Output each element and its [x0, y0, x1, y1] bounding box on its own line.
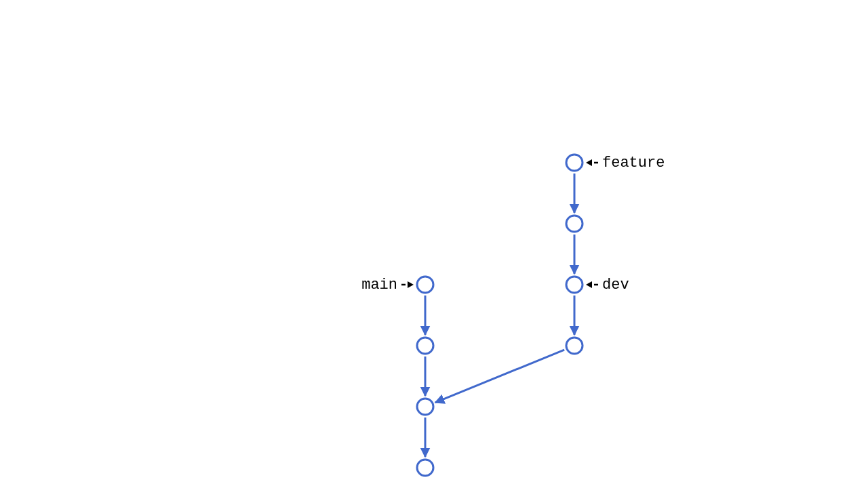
branch-label: main	[361, 277, 397, 293]
branch-label: dev	[602, 277, 629, 293]
commit-node	[417, 399, 433, 415]
commit-node	[566, 216, 583, 232]
commit-node	[417, 277, 433, 293]
commit-node	[566, 338, 583, 354]
labels-layer: maindevfeature	[361, 155, 665, 293]
edges-layer	[425, 174, 574, 457]
nodes-layer	[417, 155, 583, 476]
commit-node	[566, 277, 583, 293]
commit-node	[417, 338, 433, 354]
commit-node	[566, 155, 583, 171]
arrow-icon	[586, 159, 592, 166]
commit-edge	[435, 350, 564, 403]
arrow-icon	[408, 281, 414, 288]
arrow-icon	[586, 281, 592, 288]
git-graph-diagram: maindevfeature	[0, 0, 868, 488]
branch-label: feature	[602, 155, 665, 171]
commit-node	[417, 460, 433, 476]
